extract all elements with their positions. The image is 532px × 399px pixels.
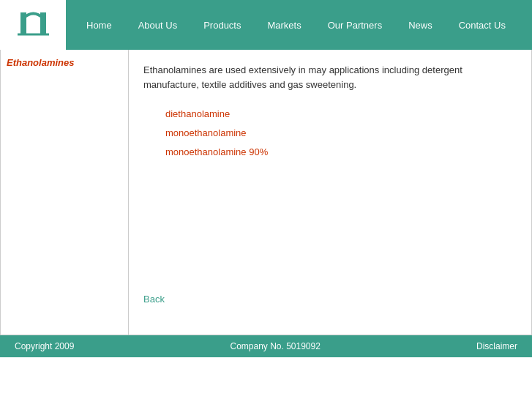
main-layout: Ethanolamines Ethanolamines are used ext… (0, 50, 532, 335)
back-link[interactable]: Back (143, 294, 165, 305)
footer: Copyright 2009 Company No. 5019092 Discl… (0, 335, 532, 357)
nav-markets[interactable]: Markets (254, 20, 314, 31)
nav-home[interactable]: Home (73, 20, 125, 31)
nav-about-us[interactable]: About Us (125, 20, 190, 31)
nav-news[interactable]: News (395, 20, 446, 31)
logo-area (0, 0, 66, 50)
list-item: monoethanolamine (165, 124, 517, 143)
sidebar: Ethanolamines (1, 50, 129, 335)
content-area: Ethanolamines are used extensively in ma… (129, 50, 531, 335)
main-nav: Home About Us Products Markets Our Partn… (66, 20, 532, 31)
header: Home About Us Products Markets Our Partn… (0, 0, 532, 50)
list-item: monoethanolamine 90% (165, 143, 517, 162)
nav-contact-us[interactable]: Contact Us (446, 20, 519, 31)
product-links-list: diethanolamine monoethanolamine monoetha… (143, 105, 517, 162)
footer-copyright: Copyright 2009 (15, 341, 74, 351)
monoethanolamine-90-link[interactable]: monoethanolamine 90% (165, 146, 268, 157)
diethanolamine-link[interactable]: diethanolamine (165, 108, 230, 119)
logo-icon (13, 5, 53, 45)
footer-company: Company No. 5019092 (230, 341, 320, 351)
monoethanolamine-link[interactable]: monoethanolamine (165, 127, 247, 138)
footer-disclaimer[interactable]: Disclaimer (476, 341, 517, 351)
nav-our-partners[interactable]: Our Partners (315, 20, 395, 31)
nav-products[interactable]: Products (190, 20, 254, 31)
sidebar-title: Ethanolamines (7, 57, 74, 68)
list-item: diethanolamine (165, 105, 517, 124)
content-description: Ethanolamines are used extensively in ma… (143, 63, 517, 92)
